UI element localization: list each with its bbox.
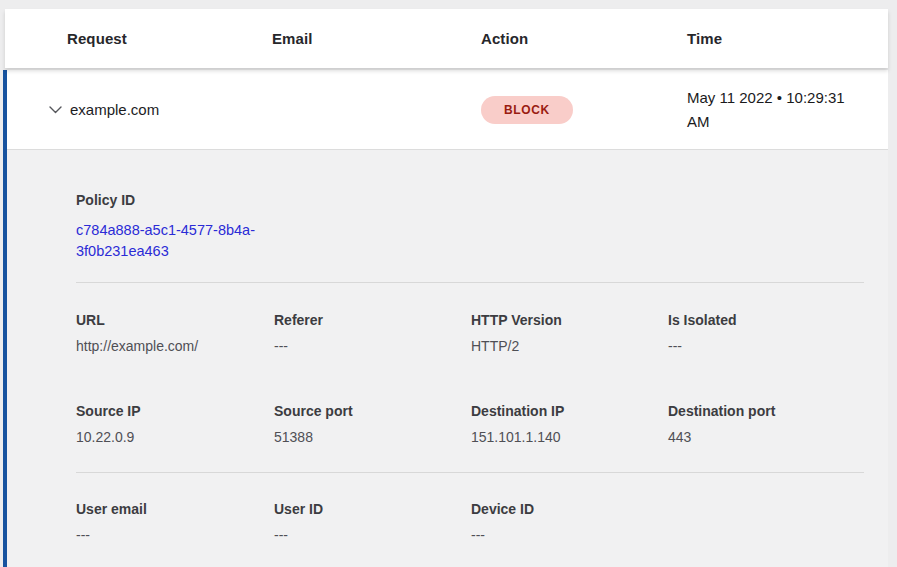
field-label: User ID	[274, 501, 471, 518]
field-label: Destination IP	[471, 403, 668, 420]
detail-field-http-version: HTTP Version HTTP/2	[471, 312, 668, 355]
column-header-action: Action	[481, 30, 687, 47]
field-label: Device ID	[471, 501, 668, 518]
action-cell: BLOCK	[481, 96, 687, 124]
field-value: ---	[76, 527, 274, 544]
field-label: Referer	[274, 312, 471, 329]
policy-id-link[interactable]: c784a888-a5c1-4577-8b4a-3f0b231ea463	[76, 220, 281, 262]
block-action-badge: BLOCK	[481, 96, 573, 124]
detail-field-is-isolated: Is Isolated ---	[668, 312, 864, 355]
detail-field-destination-port: Destination port 443	[668, 403, 864, 446]
detail-field-referer: Referer ---	[274, 312, 471, 355]
log-table-header: Request Email Action Time	[5, 9, 888, 68]
field-label: Source IP	[76, 403, 274, 420]
detail-field-source-port: Source port 51388	[274, 403, 471, 446]
detail-field-empty	[668, 501, 864, 544]
field-label: Source port	[274, 403, 471, 420]
field-value: 151.101.1.140	[471, 429, 668, 446]
detail-field-device-id: Device ID ---	[471, 501, 668, 544]
field-value: 51388	[274, 429, 471, 446]
detail-field-user-email: User email ---	[76, 501, 274, 544]
detail-field-destination-ip: Destination IP 151.101.1.140	[471, 403, 668, 446]
chevron-down-icon[interactable]	[47, 102, 63, 118]
field-label: URL	[76, 312, 274, 329]
field-value: 443	[668, 429, 864, 446]
policy-id-label: Policy ID	[76, 192, 864, 209]
field-label: User email	[76, 501, 274, 518]
field-value: http://example.com/	[76, 338, 274, 355]
network-section: URL http://example.com/ Referer --- HTTP…	[76, 283, 864, 472]
field-value: ---	[274, 338, 471, 355]
log-row[interactable]: example.com BLOCK May 11 2022 • 10:29:31…	[7, 70, 888, 150]
detail-field-source-ip: Source IP 10.22.0.9	[76, 403, 274, 446]
field-value: HTTP/2	[471, 338, 668, 355]
column-header-time: Time	[687, 30, 888, 47]
request-cell: example.com	[70, 101, 272, 118]
expanded-log-entry: example.com BLOCK May 11 2022 • 10:29:31…	[3, 70, 888, 567]
field-value: ---	[471, 527, 668, 544]
user-section: User email --- User ID --- Device ID ---	[76, 473, 864, 564]
detail-field-user-id: User ID ---	[274, 501, 471, 544]
column-header-request: Request	[67, 30, 272, 47]
policy-section: Policy ID c784a888-a5c1-4577-8b4a-3f0b23…	[76, 150, 864, 282]
field-label: Destination port	[668, 403, 864, 420]
column-header-email: Email	[272, 30, 481, 47]
time-cell: May 11 2022 • 10:29:31 AM	[687, 86, 859, 134]
field-value: 10.22.0.9	[76, 429, 274, 446]
field-value: ---	[668, 338, 864, 355]
log-details-panel: Policy ID c784a888-a5c1-4577-8b4a-3f0b23…	[7, 150, 888, 567]
detail-field-url: URL http://example.com/	[76, 312, 274, 355]
field-label: HTTP Version	[471, 312, 668, 329]
field-value: ---	[274, 527, 471, 544]
field-label: Is Isolated	[668, 312, 864, 329]
